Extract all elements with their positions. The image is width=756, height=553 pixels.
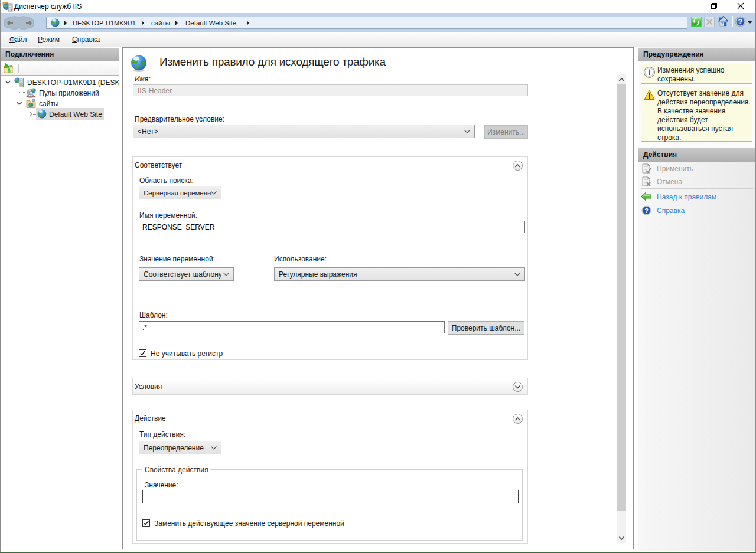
svg-text:?: ? xyxy=(644,207,649,214)
svg-text:?: ? xyxy=(738,18,743,26)
